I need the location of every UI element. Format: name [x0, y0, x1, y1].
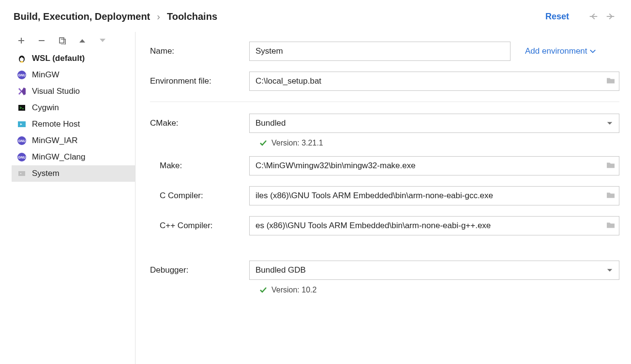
name-input[interactable] — [249, 42, 511, 61]
gnu-icon: GNU — [16, 152, 27, 162]
cmake-label: CMake: — [150, 118, 249, 128]
breadcrumb: Build, Execution, Deployment › Toolchain… — [14, 11, 545, 22]
chevron-right-icon: › — [157, 11, 160, 22]
c-compiler-label: C Compiler: — [150, 191, 249, 201]
toolchain-item-mingw-clang[interactable]: GNUMinGW_Clang — [12, 149, 135, 165]
debugger-label: Debugger: — [150, 265, 249, 275]
copy-button[interactable] — [57, 36, 67, 45]
cmake-status: Version: 3.21.1 — [259, 139, 619, 147]
cygwin-icon — [16, 102, 27, 113]
cmake-value: Bundled — [255, 118, 285, 128]
cmake-version-text: Version: 3.21.1 — [271, 139, 323, 147]
toolchain-item-cygwin[interactable]: Cygwin — [12, 100, 135, 116]
toolchain-item-system[interactable]: System — [12, 165, 135, 182]
add-environment-label: Add environment — [525, 46, 587, 56]
env-file-input[interactable] — [249, 72, 619, 91]
browse-make-button[interactable] — [606, 161, 616, 171]
system-icon — [16, 168, 27, 179]
toolchain-item-label: WSL (default) — [32, 54, 85, 63]
reset-button[interactable]: Reset — [545, 12, 569, 22]
toolchain-item-mingw-iar[interactable]: GNUMinGW_IAR — [12, 132, 135, 149]
svg-rect-0 — [60, 38, 64, 43]
debugger-status: Version: 10.2 — [259, 286, 619, 294]
chevron-down-icon — [606, 267, 613, 273]
env-file-label: Environment file: — [150, 76, 249, 86]
remove-button[interactable] — [37, 36, 46, 45]
svg-text:GNU: GNU — [18, 156, 26, 159]
toolchain-item-visual-studio[interactable]: Visual Studio — [12, 83, 135, 100]
header: Build, Execution, Deployment › Toolchain… — [0, 0, 631, 32]
svg-point-4 — [22, 57, 23, 58]
make-label: Make: — [150, 161, 249, 171]
browse-env-file-button[interactable] — [606, 77, 616, 86]
svg-point-3 — [20, 57, 21, 58]
svg-text:GNU: GNU — [18, 73, 26, 77]
toolchain-item-mingw[interactable]: GNUMinGW — [12, 67, 135, 83]
make-input[interactable] — [249, 156, 619, 175]
browse-c-compiler-button[interactable] — [606, 191, 616, 201]
debugger-value: Bundled GDB — [255, 265, 306, 275]
breadcrumb-page: Toolchains — [167, 11, 217, 22]
toolchain-item-wsl-default-[interactable]: WSL (default) — [12, 50, 135, 67]
add-environment-link[interactable]: Add environment — [525, 46, 596, 56]
toolchain-list: WSL (default)GNUMinGWVisual StudioCygwin… — [12, 50, 135, 182]
cpp-compiler-input[interactable] — [249, 216, 619, 235]
add-button[interactable] — [16, 36, 26, 45]
chevron-down-icon — [606, 120, 613, 126]
toolchain-item-label: MinGW_Clang — [32, 152, 86, 162]
gnu-icon: GNU — [16, 135, 27, 146]
nav-back-button[interactable] — [586, 10, 600, 23]
cmake-select[interactable]: Bundled — [249, 114, 619, 133]
browse-cpp-compiler-button[interactable] — [606, 221, 616, 231]
move-down-button[interactable] — [98, 36, 107, 45]
remote-icon — [16, 119, 27, 130]
check-icon — [259, 286, 268, 294]
toolchain-item-label: System — [32, 169, 60, 178]
move-up-button[interactable] — [77, 36, 87, 45]
toolchain-item-remote-host[interactable]: Remote Host — [12, 116, 135, 132]
nav-forward-button[interactable] — [604, 10, 617, 23]
debugger-select[interactable]: Bundled GDB — [249, 261, 619, 280]
check-icon — [259, 139, 268, 147]
toolchain-item-label: Remote Host — [32, 119, 80, 129]
chevron-down-icon — [589, 48, 596, 55]
gnu-icon: GNU — [16, 70, 27, 80]
name-label: Name: — [150, 46, 249, 56]
cpp-compiler-label: C++ Compiler: — [150, 221, 249, 231]
debugger-version-text: Version: 10.2 — [271, 286, 316, 294]
vs-icon — [16, 86, 27, 97]
linux-icon — [16, 53, 27, 64]
toolchain-item-label: Cygwin — [32, 103, 59, 113]
detail-panel: Name: Add environment Environment file: … — [135, 32, 631, 364]
toolchain-item-label: Visual Studio — [32, 87, 80, 96]
toolchain-item-label: MinGW_IAR — [32, 136, 77, 146]
toolchain-item-label: MinGW — [32, 70, 60, 80]
sidebar: WSL (default)GNUMinGWVisual StudioCygwin… — [0, 32, 135, 364]
divider — [150, 102, 619, 102]
c-compiler-input[interactable] — [249, 186, 619, 205]
svg-text:GNU: GNU — [18, 139, 26, 143]
breadcrumb-section[interactable]: Build, Execution, Deployment — [14, 11, 150, 22]
toolbar — [12, 32, 135, 50]
